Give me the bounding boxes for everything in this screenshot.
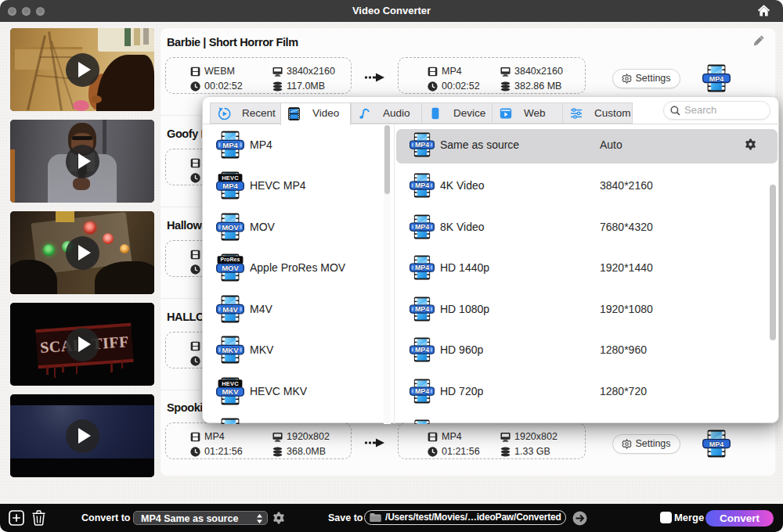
svg-text:MP4: MP4 xyxy=(415,182,429,189)
svg-text:MP4: MP4 xyxy=(415,141,429,149)
svg-text:MKV: MKV xyxy=(222,346,239,354)
svg-text:MP4: MP4 xyxy=(415,387,429,395)
svg-text:HEVC: HEVC xyxy=(222,380,239,387)
svg-text:MP4: MP4 xyxy=(709,75,724,83)
svg-text:MP4: MP4 xyxy=(415,264,429,271)
svg-text:MOV: MOV xyxy=(222,223,239,232)
svg-text:MP4: MP4 xyxy=(222,141,238,149)
svg-text:MP4: MP4 xyxy=(415,223,429,231)
svg-text:MP4: MP4 xyxy=(415,346,429,354)
svg-text:MOV: MOV xyxy=(222,264,239,272)
svg-text:MKV: MKV xyxy=(222,387,239,396)
svg-text:MP4: MP4 xyxy=(222,182,238,190)
svg-text:MP4: MP4 xyxy=(415,305,429,313)
svg-text:HEVC: HEVC xyxy=(222,174,239,182)
svg-text:MP4: MP4 xyxy=(709,440,724,448)
svg-text:M4V: M4V xyxy=(222,305,238,314)
svg-text:ProRes: ProRes xyxy=(221,257,240,262)
